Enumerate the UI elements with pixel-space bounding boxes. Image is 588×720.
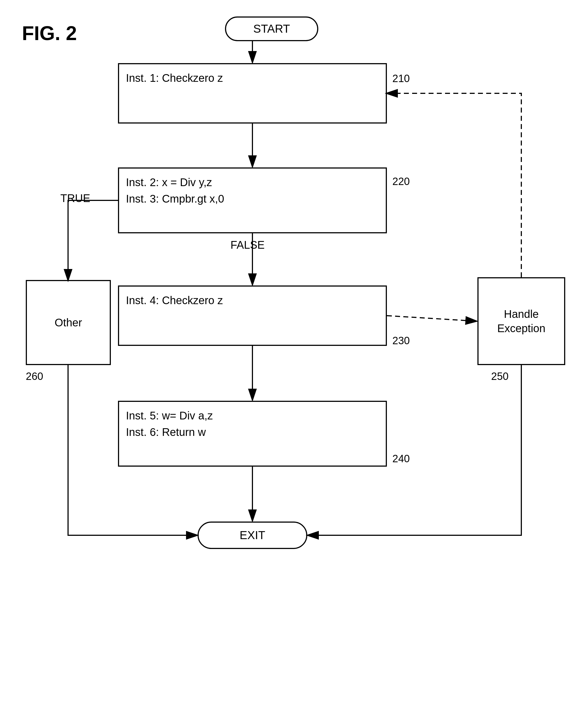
exit-node: EXIT [197,521,307,549]
start-node: START [225,17,318,41]
false-label: FALSE [230,239,265,251]
ref-240: 240 [392,453,410,465]
ref-230: 230 [392,335,410,347]
block-240: Inst. 5: w= Div a,z Inst. 6: Return w [118,401,387,467]
handle-exception-label: Handle Exception [497,307,545,335]
block-230-label: Inst. 4: Checkzero z [126,292,223,309]
ref-260: 260 [26,371,43,383]
block-230: Inst. 4: Checkzero z [118,286,387,346]
start-label: START [253,22,290,36]
other-node: Other [26,280,111,365]
true-label: TRUE [60,192,90,205]
dashed-230-to-exception [387,316,476,321]
block-220: Inst. 2: x = Div y,z Inst. 3: Cmpbr.gt x… [118,167,387,233]
other-label: Other [55,315,82,330]
block-220-label: Inst. 2: x = Div y,z Inst. 3: Cmpbr.gt x… [126,174,224,207]
block-240-label: Inst. 5: w= Div a,z Inst. 6: Return w [126,407,213,440]
ref-210: 210 [392,73,410,85]
figure-label: FIG. 2 [22,22,77,44]
ref-250: 250 [491,371,508,383]
handle-exception-node: Handle Exception [478,277,565,365]
arrow-220-true-to-other [68,200,118,280]
exit-label: EXIT [239,529,265,542]
block-210: Inst. 1: Checkzero z [118,63,387,124]
ref-220: 220 [392,176,410,187]
block-210-label: Inst. 1: Checkzero z [126,70,223,86]
